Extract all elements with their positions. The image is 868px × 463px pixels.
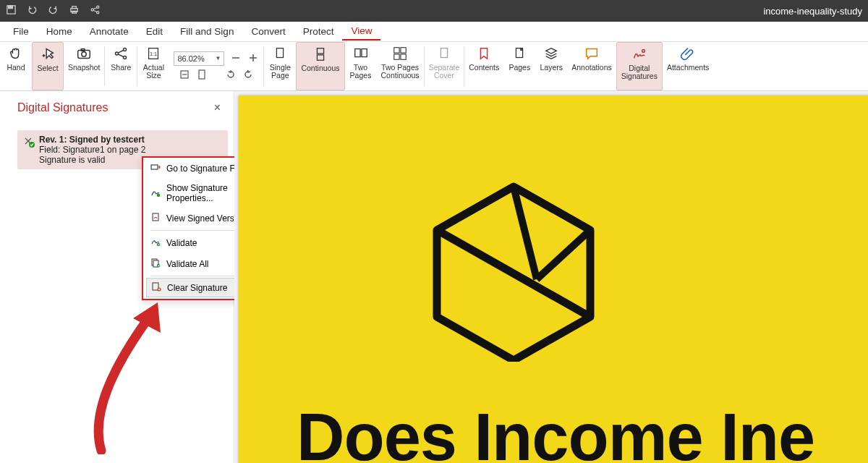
single-page-label: Single Page — [270, 64, 291, 80]
two-pages-continuous-button[interactable]: Two Pages Continuous — [377, 42, 424, 90]
validate-icon — [150, 237, 161, 249]
close-panel-button[interactable]: × — [214, 101, 221, 114]
actual-size-button[interactable]: 1:1 Actual Size — [137, 42, 169, 90]
pages-button[interactable]: Pages — [503, 42, 535, 90]
svg-point-13 — [124, 56, 127, 59]
select-label: Select — [37, 64, 58, 72]
svg-rect-17 — [199, 70, 205, 79]
panel-title: Digital Signatures — [17, 101, 108, 114]
pages-icon — [511, 45, 527, 62]
fit-page-icon[interactable] — [196, 69, 208, 82]
snapshot-button[interactable]: Snapshot — [64, 42, 104, 90]
ribbon: Hand Select Snapshot Share 1:1 Actual Si… — [0, 42, 868, 91]
document-headline: Does Income Ine — [297, 399, 814, 463]
redo-icon[interactable] — [48, 4, 59, 18]
svg-point-9 — [82, 52, 86, 56]
svg-point-6 — [91, 8, 93, 10]
zoom-value: 86.02% — [177, 54, 204, 63]
two-pages-cont-icon — [392, 45, 408, 62]
svg-point-7 — [97, 11, 99, 13]
two-pages-cont-label: Two Pages Continuous — [381, 64, 420, 80]
validate-all-icon — [150, 258, 161, 270]
contents-button[interactable]: Contents — [464, 42, 503, 90]
separate-cover-button[interactable]: Separate Cover — [425, 42, 464, 90]
menu-protect[interactable]: Protect — [294, 23, 343, 40]
continuous-icon — [312, 46, 328, 63]
document-viewer[interactable]: Does Income Ine — [234, 91, 868, 463]
document-title: income-inequality-study — [763, 6, 862, 17]
menu-home[interactable]: Home — [38, 23, 81, 40]
attachments-label: Attachments — [667, 64, 709, 72]
contents-label: Contents — [469, 64, 499, 72]
menu-bar: File Home Annotate Edit Fill and Sign Co… — [0, 22, 868, 42]
rotate-right-icon[interactable] — [242, 69, 254, 82]
digital-signatures-button[interactable]: Digital Signatures — [616, 42, 663, 90]
clear-signature-icon — [151, 281, 161, 294]
menu-convert[interactable]: Convert — [242, 23, 294, 40]
bookmark-icon — [476, 45, 492, 62]
select-tool-button[interactable]: Select — [32, 42, 64, 90]
svg-rect-21 — [354, 49, 359, 57]
svg-rect-23 — [394, 48, 399, 53]
digital-signatures-panel: Digital Signatures × Rev. 1: Signed by t… — [0, 91, 234, 463]
menu-fill-and-sign[interactable]: Fill and Sign — [171, 23, 242, 40]
save-icon[interactable] — [6, 4, 17, 18]
hand-label: Hand — [7, 64, 25, 72]
menu-file[interactable]: File — [4, 23, 38, 40]
svg-rect-18 — [277, 48, 284, 58]
zoom-input[interactable]: 86.02% ▼ — [174, 51, 224, 66]
layers-button[interactable]: Layers — [535, 42, 567, 90]
svg-rect-3 — [72, 6, 77, 8]
fit-width-icon[interactable] — [179, 69, 190, 82]
signature-entry-field: Field: Signature1 on page 2 — [39, 145, 145, 155]
single-page-icon — [272, 45, 288, 62]
rotate-left-icon[interactable] — [225, 69, 237, 82]
svg-rect-20 — [317, 55, 323, 60]
paperclip-icon — [680, 45, 696, 62]
separate-cover-label: Separate Cover — [429, 64, 460, 80]
menu-view[interactable]: View — [342, 22, 380, 41]
svg-rect-31 — [151, 165, 158, 169]
single-page-button[interactable]: Single Page — [264, 42, 296, 90]
svg-rect-26 — [401, 54, 406, 59]
titlebar: income-inequality-study — [0, 0, 868, 22]
chevron-down-icon: ▼ — [215, 55, 221, 61]
digital-signatures-label: Digital Signatures — [621, 64, 658, 80]
camera-icon — [76, 45, 92, 62]
snapshot-label: Snapshot — [68, 64, 100, 72]
svg-point-29 — [642, 50, 645, 53]
menu-annotate[interactable]: Annotate — [81, 23, 137, 40]
properties-icon — [150, 187, 161, 200]
share-label: Share — [111, 64, 131, 72]
layers-icon — [543, 45, 559, 62]
select-icon — [40, 46, 56, 63]
hand-tool-button[interactable]: Hand — [0, 42, 32, 90]
svg-rect-27 — [441, 48, 447, 58]
attachments-button[interactable]: Attachments — [663, 42, 713, 90]
share-icon[interactable] — [90, 4, 101, 18]
zoom-in-button[interactable] — [247, 52, 259, 65]
layers-label: Layers — [540, 64, 563, 72]
print-icon[interactable] — [69, 4, 80, 18]
go-to-field-icon — [150, 162, 161, 174]
two-pages-icon — [353, 45, 369, 62]
share-button[interactable]: Share — [105, 42, 137, 90]
two-pages-button[interactable]: Two Pages — [345, 42, 377, 90]
hand-icon — [8, 45, 24, 62]
zoom-out-button[interactable] — [230, 52, 242, 65]
svg-point-12 — [116, 52, 119, 55]
separate-cover-icon — [436, 45, 452, 62]
undo-icon[interactable] — [27, 4, 38, 18]
continuous-button[interactable]: Continuous — [296, 42, 344, 90]
svg-point-32 — [157, 193, 160, 196]
svg-text:1:1: 1:1 — [150, 51, 157, 57]
menu-edit[interactable]: Edit — [137, 23, 171, 40]
view-signed-icon — [150, 212, 161, 224]
annotations-button[interactable]: Annotations — [567, 42, 616, 90]
pages-label: Pages — [509, 64, 530, 72]
signature-entry-title: Rev. 1: Signed by testcert — [39, 135, 145, 145]
svg-rect-19 — [317, 48, 323, 54]
comment-icon — [584, 45, 600, 62]
two-pages-label: Two Pages — [350, 64, 372, 80]
signature-icon — [631, 46, 647, 63]
